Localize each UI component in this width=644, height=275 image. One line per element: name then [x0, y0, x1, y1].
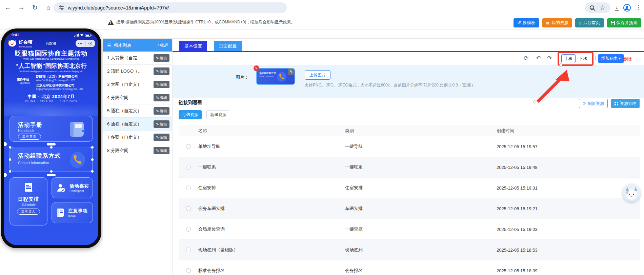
undo-icon[interactable]: ↶	[536, 55, 541, 62]
contact-card-selected[interactable]: 活动组联系方式 Contact information	[9, 147, 93, 172]
upload-image-button[interactable]: 上传图片	[305, 70, 330, 80]
resource-radio[interactable]	[186, 248, 191, 252]
resource-row[interactable]: 会务车辆安排车辆安排2025-12-05 15:19:21	[179, 198, 640, 219]
address-bar[interactable]: w.yyhd.club/page?source=1&miniAppId=797#…	[54, 2, 287, 13]
resource-row[interactable]: 一键联系一键联系2025-12-05 15:19:48	[179, 157, 640, 178]
delete-block-button[interactable]: 删除	[623, 56, 632, 62]
resource-created-time: 2025-12-05 15:18:53	[497, 248, 640, 253]
edit-block-button[interactable]: ✎编辑	[154, 67, 169, 75]
block-list-item[interactable]: 4 分隔空间✎编辑	[103, 91, 172, 104]
reload-icon[interactable]: ↻	[29, 2, 41, 13]
selection-handle[interactable]	[91, 170, 94, 173]
block-list-item[interactable]: 8 分隔空间✎编辑	[103, 144, 172, 157]
cat-assistant-avatar[interactable]	[622, 184, 641, 202]
selection-handle[interactable]	[9, 146, 11, 149]
resource-manage-button[interactable]: 资源管理	[611, 99, 640, 108]
selection-handle[interactable]	[91, 158, 94, 161]
browser-menu-icon[interactable]: ⋮	[636, 4, 641, 11]
swap-icon: ↺	[517, 21, 521, 25]
toolbar-separator: |	[595, 55, 596, 60]
edit-block-button[interactable]: ✎编辑	[154, 134, 169, 141]
miniapp-capsule[interactable]: •••	[76, 40, 95, 47]
image-upload-hint: 支持PNG、JPG、JPEG格式，大小不超过600k，当前图片分辨率:710*2…	[305, 82, 475, 88]
home-icon[interactable]: ⌂	[43, 2, 54, 13]
warning-text: 提示:请确保浏览器为100%显示(快捷键操作:CTRL+0，或COMMAND+0…	[116, 19, 295, 25]
edit-image-icon[interactable]: ✎	[288, 68, 294, 75]
site-settings-icon[interactable]	[58, 5, 64, 11]
zoom-warning: 提示:请确保浏览器为100%显示(快捷键操作:CTRL+0，或COMMAND+0…	[108, 19, 295, 25]
resource-radio[interactable]	[186, 144, 191, 149]
sponsor-item: 眨眼猫（北京）科技有限公司Wink Cat (Beijing) Technolo…	[36, 75, 94, 81]
download-icon[interactable]: ↓	[615, 5, 619, 11]
capsule-close-icon[interactable]	[86, 42, 96, 45]
edit-block-button[interactable]: ✎编辑	[154, 120, 169, 128]
more-dots-icon[interactable]: •••	[76, 42, 85, 45]
zoom-out-icon[interactable]	[590, 5, 594, 10]
forward-icon[interactable]: →	[16, 2, 27, 13]
resource-radio[interactable]	[186, 227, 191, 232]
annotation-handle[interactable]	[533, 100, 536, 103]
resource-row[interactable]: 单地址导航一键导航2025-12-05 15:19:57	[179, 136, 640, 157]
profile-icon[interactable]	[623, 4, 631, 12]
block-list-item[interactable]: 3 大图（自定义）✎编辑	[103, 78, 172, 91]
spacer-block-handle[interactable]	[47, 143, 56, 145]
collapse-button[interactable]: ‹ 收起	[158, 42, 168, 48]
redo-icon[interactable]: ↷	[547, 55, 552, 62]
selection-handle[interactable]	[9, 158, 11, 161]
block-list-item[interactable]: 5 通栏（自定义）✎编辑	[103, 104, 172, 118]
resource-radio[interactable]	[186, 268, 191, 273]
handbook-view-button[interactable]: 立即查看	[18, 134, 41, 140]
admin-home-button[interactable]: ⌂ 后台首页	[575, 18, 604, 27]
annotation-handle[interactable]	[559, 63, 562, 66]
selection-handle[interactable]	[50, 146, 53, 149]
resource-name: 会务车辆安排	[198, 205, 345, 212]
block-list-item[interactable]: 1 大背景（自定...✎编辑	[103, 52, 172, 65]
resource-created-time: 2025-12-05 15:19:03	[497, 227, 640, 232]
selection-handle[interactable]	[91, 146, 94, 149]
resource-row[interactable]: 住宿安排住宿安排2025-12-05 15:19:31	[179, 178, 640, 198]
new-resource-button[interactable]: 新建资源	[206, 110, 230, 119]
block-list-item[interactable]: 7 多联（自定义）✎编辑	[103, 131, 172, 144]
edit-block-button[interactable]: ✎编辑	[154, 81, 169, 88]
schedule-card[interactable]: 日程安排 Schedule 立即进入	[9, 177, 47, 225]
swap-template-button[interactable]: ↺ 换模板	[514, 18, 539, 27]
spacer-handle-dot[interactable]	[4, 142, 7, 146]
app-header: 提示:请确保浏览器为100%显示(快捷键操作:CTRL+0，或COMMAND+0…	[0, 15, 644, 30]
back-icon[interactable]: ←	[2, 2, 14, 13]
add-block-button[interactable]: 增加积木 ▾	[598, 54, 624, 63]
edit-block-button[interactable]: ✎编辑	[154, 147, 169, 154]
participant-card[interactable]: 活动嘉宾 Participant	[52, 177, 93, 198]
resource-row[interactable]: 现场签到（基础版）现场签到2025-12-05 15:18:53	[179, 240, 640, 260]
resource-radio[interactable]	[186, 165, 191, 170]
block-list-item[interactable]: 6 通栏（自定义）✎编辑	[103, 118, 172, 131]
resource-radio[interactable]	[186, 206, 191, 211]
my-resources-button[interactable]: ≣ 我的资源	[542, 18, 572, 27]
spacer-block-handle[interactable]	[47, 174, 56, 176]
spacer-handle-dot[interactable]	[4, 173, 7, 177]
handbook-card[interactable]: 活动手册 Handbook 立即查看	[9, 116, 93, 142]
resource-radio[interactable]	[186, 185, 191, 190]
url-text[interactable]: w.yyhd.club/page?source=1&miniAppId=797#…	[68, 5, 169, 11]
optional-resources-button[interactable]: 可选资源	[179, 110, 202, 119]
resource-row[interactable]: 标准会务报名会务报名2025-12-05 15:18:39	[179, 260, 640, 275]
contact-title: 活动组联系方式	[18, 152, 61, 160]
block-list-item[interactable]: 2 顶部 LOGO（...✎编辑	[103, 65, 172, 78]
selection-handle[interactable]	[50, 170, 53, 173]
resource-created-time: 2025-12-05 15:19:48	[497, 165, 640, 170]
edit-block-button[interactable]: ✎编辑	[154, 107, 169, 115]
tab-page-config[interactable]: 页面配置	[214, 41, 242, 51]
refresh-icon[interactable]: ⟳	[524, 55, 528, 62]
schedule-enter-button[interactable]: 立即进入	[17, 209, 40, 215]
resource-row[interactable]: 会场座位查询一键查座2025-12-05 15:19:03	[179, 219, 640, 240]
edit-block-button[interactable]: ✎编辑	[154, 94, 169, 101]
bookmark-star-icon[interactable]: ☆	[600, 4, 605, 12]
notes-card[interactable]: 注意事项 notes	[52, 202, 93, 223]
resource-category: 一键联系	[345, 164, 497, 170]
selection-handle[interactable]	[9, 170, 11, 173]
remove-image-icon[interactable]: ✕	[254, 65, 259, 71]
save-preview-button[interactable]: 保存并预览	[607, 18, 642, 27]
refresh-resources-button[interactable]: ⟳ 刷新资源	[579, 99, 608, 108]
notes-icon	[56, 208, 65, 218]
edit-block-button[interactable]: ✎编辑	[154, 54, 169, 62]
tab-basic-settings[interactable]: 基本设置	[179, 41, 207, 51]
